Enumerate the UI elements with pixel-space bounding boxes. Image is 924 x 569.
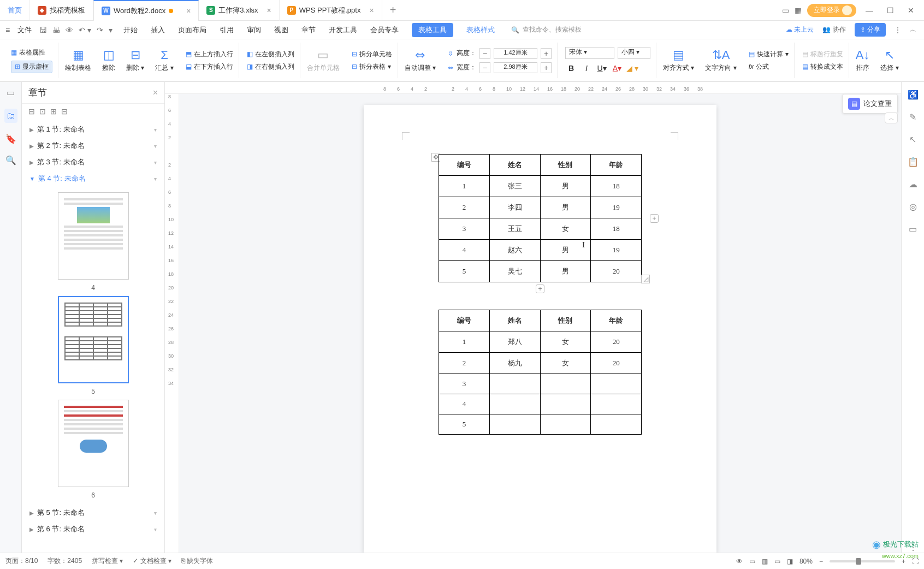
table-cell[interactable]: 4 (439, 240, 490, 261)
section-item-2[interactable]: ▶第 2 节: 未命名▾ (22, 138, 164, 154)
width-value[interactable]: 2.98厘米 (494, 62, 537, 73)
insert-row-above[interactable]: ⬒在上方插入行 (186, 50, 233, 59)
menu-table-tools[interactable]: 表格工具 (412, 23, 453, 37)
maximize-button[interactable]: ☐ (882, 6, 898, 15)
pointer-icon[interactable]: ↖ (909, 134, 916, 145)
table-cell[interactable]: 2 (439, 197, 490, 218)
table-row[interactable]: 3 (439, 374, 642, 394)
table-cell[interactable]: 5 (439, 414, 490, 435)
clipboard-icon[interactable]: 📋 (908, 157, 919, 167)
dropdown-icon[interactable]: ▾ (109, 26, 112, 34)
split-table[interactable]: ⊟拆分表格 ▾ (352, 62, 392, 72)
menu-table-style[interactable]: 表格样式 (466, 25, 495, 35)
tab-doc-active[interactable]: WWord教程2.docx× (93, 0, 199, 21)
page-thumb-6[interactable] (58, 400, 129, 487)
data-table-2[interactable]: 编号姓名性别年龄1郑八女202杨九女20345 (439, 310, 642, 435)
menu-start[interactable]: 开始 (123, 25, 138, 35)
table-cell[interactable]: 李四 (489, 197, 540, 218)
table-header[interactable]: 性别 (540, 310, 591, 331)
table-header[interactable]: 姓名 (489, 310, 540, 331)
table-cell[interactable]: 20 (591, 331, 642, 353)
view-mode-4[interactable]: ◨ (787, 558, 793, 565)
summary-button[interactable]: Σ汇总 ▾ (151, 43, 177, 78)
table-cell[interactable] (591, 374, 642, 394)
minimize-button[interactable]: — (862, 6, 877, 15)
collapse-ribbon[interactable]: ︿ (910, 25, 916, 34)
menu-section[interactable]: 章节 (301, 25, 316, 35)
font-color-button[interactable]: A ▾ (611, 62, 623, 74)
table-cell[interactable]: 1 (439, 176, 490, 197)
book-icon[interactable]: ▭ (909, 224, 917, 234)
table-row[interactable]: 5 (439, 414, 642, 435)
highlight-button[interactable]: ◢ ▾ (626, 62, 638, 74)
tab-template[interactable]: ◆找稻壳模板 (30, 0, 93, 21)
section-item-5[interactable]: ▶第 5 节: 未命名▾ (22, 505, 164, 521)
table-cell[interactable]: 女 (540, 353, 591, 374)
table-row[interactable]: 2李四男19 (439, 197, 642, 218)
table-cell[interactable] (540, 394, 591, 414)
delete-button[interactable]: ⊟删除 ▾ (122, 43, 149, 78)
collapse-chip[interactable]: ︿ (885, 112, 898, 123)
view-mode-1[interactable]: ▭ (749, 558, 755, 565)
bold-button[interactable]: B (565, 62, 577, 74)
auto-fit[interactable]: ⇔自动调整 ▾ (400, 43, 440, 78)
align-button[interactable]: ▤对齐方式 ▾ (659, 43, 698, 78)
split-cells[interactable]: ⊟拆分单元格 (352, 50, 392, 59)
table-add-col[interactable]: + (650, 214, 659, 223)
tab-ppt[interactable]: PWPS PPT教程.pptx× (280, 0, 382, 21)
table-cell[interactable]: 20 (591, 261, 642, 282)
section-item-1[interactable]: ▶第 1 节: 未命名▾ (22, 121, 164, 138)
table-cell[interactable]: 2 (439, 353, 490, 374)
target-icon[interactable]: ◎ (909, 201, 917, 212)
table-cell[interactable]: 19 (591, 197, 642, 218)
horizontal-ruler[interactable]: 86422468101214161820222426283032343638 (165, 82, 901, 94)
redo-icon[interactable]: ↷ (97, 26, 103, 34)
more-menu[interactable]: ⋮ (895, 26, 901, 34)
page-scroll-area[interactable]: ✥ + 编号姓名性别年龄1张三男182李四男193王五女184赵六男195吴七男… (179, 94, 901, 553)
table-cell[interactable]: 4 (439, 394, 490, 414)
data-table-1[interactable]: 编号姓名性别年龄1张三男182李四男193王五女184赵六男195吴七男20 (439, 154, 642, 282)
table-header[interactable]: 年龄 (591, 310, 642, 331)
page-indicator[interactable]: 页面：8/10 (5, 556, 38, 566)
sections-icon[interactable]: 🗂 (4, 109, 17, 123)
expand-all-icon[interactable]: ⊡ (39, 107, 46, 116)
file-menu[interactable]: 文件 (17, 25, 32, 35)
zoom-value[interactable]: 80% (799, 558, 813, 565)
tab-home[interactable]: 首页 (0, 0, 30, 21)
zoom-slider[interactable] (830, 560, 895, 562)
word-count[interactable]: 字数：2405 (48, 556, 82, 566)
width-minus[interactable]: − (479, 62, 490, 73)
tab-xls[interactable]: S工作簿3.xlsx× (199, 0, 279, 21)
grid-icon[interactable]: ▦ (795, 6, 802, 15)
table-header[interactable]: 年龄 (591, 155, 642, 176)
page-thumb-4[interactable] (58, 192, 129, 280)
save-icon[interactable]: 🖫 (39, 26, 47, 34)
table-cell[interactable] (591, 414, 642, 435)
zoom-out[interactable]: − (819, 558, 823, 565)
table-cell[interactable]: 19 (591, 240, 642, 261)
table-row[interactable]: 2杨九女20 (439, 353, 642, 374)
select-button[interactable]: ↖选择 ▾ (876, 43, 903, 78)
table-row[interactable]: 4 (439, 394, 642, 414)
table-cell[interactable]: 女 (540, 218, 591, 240)
table-header[interactable]: 姓名 (489, 155, 540, 176)
menu-icon[interactable]: ≡ (5, 26, 10, 34)
add-section-icon[interactable]: ⊞ (50, 107, 57, 116)
panel-close-icon[interactable]: × (153, 88, 158, 98)
eye-icon[interactable]: 👁 (736, 558, 743, 565)
assistant-icon[interactable]: ♿ (908, 90, 919, 100)
section-item-6[interactable]: ▶第 6 节: 未命名▾ (22, 521, 164, 537)
underline-button[interactable]: U ▾ (596, 62, 608, 74)
table-cell[interactable] (591, 394, 642, 414)
section-item-3[interactable]: ▶第 3 节: 未命名▾ (22, 154, 164, 170)
italic-button[interactable]: I (581, 62, 593, 74)
insert-col-right[interactable]: ◨在右侧插入列 (247, 62, 294, 72)
insert-row-below[interactable]: ⬓在下方插入行 (186, 62, 233, 72)
table-row[interactable]: 1郑八女20 (439, 331, 642, 353)
font-name-select[interactable]: 宋体 ▾ (565, 47, 614, 59)
collapse-all-icon[interactable]: ⊟ (28, 107, 35, 116)
vertical-ruler[interactable]: 8642246810121416182022242628303234 (165, 94, 179, 553)
bookmark-icon[interactable]: 🔖 (5, 134, 16, 144)
menu-dev[interactable]: 开发工具 (329, 25, 357, 35)
section-item-4[interactable]: ▼第 4 节: 未命名▾ (22, 170, 164, 187)
